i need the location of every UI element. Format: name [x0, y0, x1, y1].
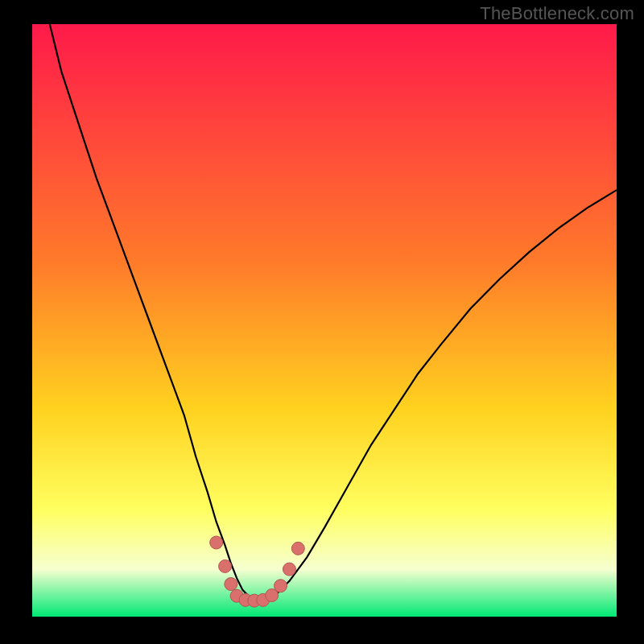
- curve-marker: [219, 559, 232, 572]
- curve-marker: [210, 536, 223, 549]
- curve-marker: [225, 578, 237, 591]
- curve-marker: [283, 563, 295, 576]
- curve-marker: [291, 542, 304, 555]
- outer-frame: TheBottleneck.com: [0, 0, 644, 644]
- watermark-text: TheBottleneck.com: [480, 3, 634, 24]
- bottleneck-chart: [32, 24, 617, 617]
- curve-marker: [275, 580, 287, 592]
